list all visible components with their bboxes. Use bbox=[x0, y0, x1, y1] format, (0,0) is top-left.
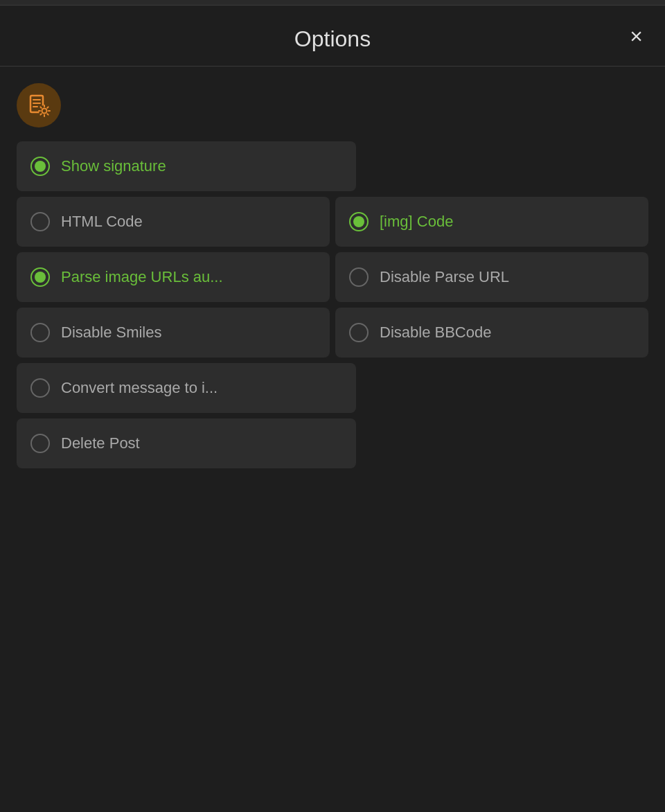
convert-message-option[interactable]: Convert message to i... bbox=[17, 363, 356, 413]
svg-line-10 bbox=[40, 107, 41, 107]
img-code-label: [img] Code bbox=[380, 213, 453, 231]
disable-parse-radio bbox=[349, 267, 369, 287]
top-bar bbox=[0, 0, 665, 6]
disable-bbcode-radio bbox=[349, 323, 369, 342]
show-signature-label: Show signature bbox=[61, 157, 166, 175]
show-signature-row: Show signature bbox=[17, 141, 648, 191]
parse-image-urls-option[interactable]: Parse image URLs au... bbox=[17, 252, 330, 302]
disable-bbcode-label: Disable BBCode bbox=[380, 324, 491, 342]
html-code-option[interactable]: HTML Code bbox=[17, 197, 330, 247]
delete-post-option[interactable]: Delete Post bbox=[17, 418, 356, 468]
row-smiles-bbcode: Disable Smiles Disable BBCode bbox=[17, 308, 648, 358]
disable-smiles-option[interactable]: Disable Smiles bbox=[17, 308, 330, 358]
svg-line-13 bbox=[47, 107, 48, 107]
delete-post-row: Delete Post bbox=[17, 418, 648, 468]
disable-parse-label: Disable Parse URL bbox=[380, 268, 509, 286]
delete-post-label: Delete Post bbox=[61, 434, 140, 452]
parse-image-label: Parse image URLs au... bbox=[61, 268, 223, 286]
convert-message-radio bbox=[30, 378, 50, 398]
delete-post-radio bbox=[30, 434, 50, 453]
disable-smiles-radio bbox=[30, 323, 50, 342]
disable-smiles-label: Disable Smiles bbox=[61, 324, 162, 342]
modal-title: Options bbox=[294, 26, 371, 52]
html-code-radio bbox=[30, 212, 50, 231]
options-grid: Show signature HTML Code [img] Code Par bbox=[17, 141, 648, 474]
modal-container: Options × bbox=[0, 0, 665, 812]
convert-message-row: Convert message to i... bbox=[17, 363, 648, 413]
html-code-label: HTML Code bbox=[61, 213, 143, 231]
show-signature-radio bbox=[30, 157, 50, 176]
modal-header: Options × bbox=[0, 6, 665, 67]
icon-svg bbox=[26, 93, 51, 118]
modal-body: Show signature HTML Code [img] Code Par bbox=[0, 67, 665, 812]
disable-parse-url-option[interactable]: Disable Parse URL bbox=[335, 252, 648, 302]
svg-line-12 bbox=[40, 114, 41, 114]
convert-message-label: Convert message to i... bbox=[61, 379, 218, 397]
disable-bbcode-option[interactable]: Disable BBCode bbox=[335, 308, 648, 358]
img-code-radio bbox=[349, 212, 369, 231]
parse-image-radio bbox=[30, 267, 50, 287]
img-code-option[interactable]: [img] Code bbox=[335, 197, 648, 247]
svg-line-11 bbox=[47, 114, 48, 114]
row-html-img: HTML Code [img] Code bbox=[17, 197, 648, 247]
show-signature-option[interactable]: Show signature bbox=[17, 141, 356, 191]
icon-container bbox=[17, 83, 648, 127]
close-button[interactable]: × bbox=[624, 22, 648, 50]
row-parse-disable: Parse image URLs au... Disable Parse URL bbox=[17, 252, 648, 302]
settings-document-icon bbox=[17, 83, 61, 127]
